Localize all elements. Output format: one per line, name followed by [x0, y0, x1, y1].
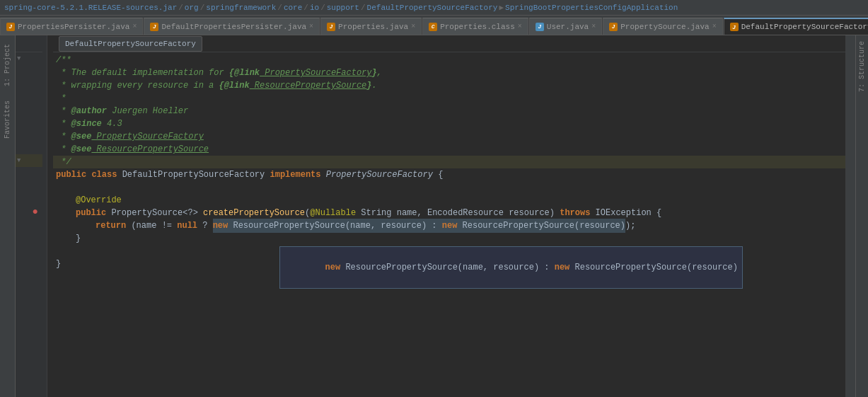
- tab-properties-persister[interactable]: J PropertiesPersister.java ×: [0, 18, 143, 35]
- editor-container: ▼ ▼ ●: [16, 35, 855, 397]
- gutter-line: ●: [16, 205, 42, 218]
- tab-close-icon[interactable]: ×: [591, 23, 596, 30]
- code-line: * @see PropertySourceFactory: [53, 130, 845, 143]
- breadcrumb-io[interactable]: io: [310, 4, 319, 12]
- tab-user-java[interactable]: J User.java ×: [529, 18, 602, 35]
- structure-sidebar: 7: Structure: [855, 35, 868, 397]
- breadcrumb-jar[interactable]: spring-core-5.2.1.RELEASE-sources.jar: [4, 4, 177, 12]
- gutter-line: [16, 78, 42, 91]
- scrollbar-track[interactable]: [845, 35, 855, 397]
- editor-breadcrumb: DefaultPropertySourceFactory: [53, 35, 845, 52]
- structure-tab-label[interactable]: 7: Structure: [858, 41, 866, 92]
- tab-label: User.java: [547, 23, 589, 31]
- class-breadcrumb: DefaultPropertySourceFactory: [59, 36, 202, 52]
- gutter-line: [16, 243, 42, 256]
- tab-label: Properties.class: [440, 23, 515, 31]
- code-line: * @see ResourcePropertySource: [53, 143, 845, 156]
- code-line: * @since 4.3: [53, 117, 845, 130]
- tab-close-icon[interactable]: ×: [411, 23, 415, 30]
- tab-close-icon[interactable]: ×: [309, 23, 313, 30]
- gutter-line: [16, 218, 42, 231]
- gutter-line: [16, 142, 42, 154]
- tab-close-icon[interactable]: ×: [132, 23, 137, 30]
- gutter-line: [16, 167, 42, 180]
- gutter-line: [16, 116, 42, 129]
- code-line: public PropertySource<?> createPropertyS…: [53, 207, 845, 219]
- tab-properties-java[interactable]: J Properties.java ×: [320, 18, 422, 35]
- code-line: */: [53, 156, 845, 168]
- gutter-line: [16, 180, 42, 192]
- code-editor[interactable]: DefaultPropertySourceFactory /** * The d…: [47, 35, 845, 397]
- tab-default-property-source-factory[interactable]: J DefaultPropertySourceFactory.java ×: [724, 18, 868, 35]
- tab-label: DefaultPropertiesPersister.java: [161, 23, 306, 31]
- gutter-line: ▼: [16, 52, 42, 65]
- gutter-line: [16, 231, 42, 243]
- java-icon: J: [730, 23, 739, 31]
- breadcrumb-org[interactable]: org: [185, 4, 199, 12]
- gutter-line: [16, 256, 42, 269]
- java-icon: J: [6, 23, 15, 31]
- code-line: * @author Juergen Hoeller: [53, 105, 845, 117]
- breadcrumb-app[interactable]: SpringBootPropertiesConfigApplication: [505, 4, 678, 12]
- code-line: @Override: [53, 194, 845, 207]
- breadcrumb-support[interactable]: support: [327, 4, 359, 12]
- java-icon: J: [609, 23, 618, 31]
- tab-close-icon[interactable]: ×: [518, 23, 522, 30]
- code-line: return (name != null ? new ResourcePrope…: [53, 219, 845, 232]
- breakpoint-icon[interactable]: ●: [33, 207, 38, 217]
- gutter-line: [16, 103, 42, 116]
- sidebar-favorites-label[interactable]: Favorites: [4, 100, 11, 139]
- left-sidebar: 1: Project Favorites: [0, 35, 16, 397]
- code-line: public class DefaultPropertySourceFactor…: [53, 168, 845, 181]
- tab-default-properties-persister[interactable]: J DefaultPropertiesPersister.java ×: [144, 18, 320, 35]
- tab-close-icon[interactable]: ×: [712, 23, 717, 30]
- java-icon: J: [150, 23, 158, 31]
- java-icon: J: [536, 23, 544, 31]
- gutter-line: [16, 129, 42, 142]
- tab-property-source[interactable]: J PropertySource.java ×: [603, 18, 722, 35]
- code-line: /**: [53, 54, 845, 67]
- code-line: * wrapping every resource in a {@link Re…: [53, 79, 845, 92]
- tab-label: PropertySource.java: [620, 23, 709, 31]
- tab-properties-class[interactable]: C Properties.class ×: [422, 18, 528, 35]
- gutter-line: ▼: [16, 154, 42, 167]
- main-layout: 1: Project Favorites ▼ ▼: [0, 35, 868, 397]
- fold-icon[interactable]: ▼: [17, 52, 21, 65]
- fold-icon[interactable]: ▼: [17, 154, 21, 167]
- gutter-line: [16, 91, 42, 103]
- breadcrumb-core[interactable]: core: [284, 4, 302, 12]
- line-gutter: ▼ ▼ ●: [16, 35, 47, 397]
- tab-label: DefaultPropertySourceFactory.java: [741, 23, 868, 31]
- java-icon: J: [327, 23, 335, 31]
- tooltip-popup: new ResourcePropertySource(name, resourc…: [279, 246, 743, 289]
- gutter-line: [16, 65, 42, 78]
- gutter-line: [16, 269, 42, 282]
- gutter-line: [16, 192, 42, 205]
- code-line: *: [53, 92, 845, 105]
- code-line: * The default implementation for {@link …: [53, 67, 845, 79]
- breadcrumb-factory[interactable]: DefaultPropertySourceFactory: [367, 4, 498, 12]
- tab-label: Properties.java: [338, 23, 408, 31]
- breadcrumb-springframework[interactable]: springframework: [206, 4, 276, 12]
- tab-label: PropertiesPersister.java: [18, 23, 129, 31]
- breadcrumb-bar: spring-core-5.2.1.RELEASE-sources.jar / …: [0, 0, 868, 16]
- sidebar-project-label[interactable]: 1: Project: [4, 44, 11, 86]
- class-icon: C: [429, 23, 437, 31]
- tab-bar: J PropertiesPersister.java × J DefaultPr…: [0, 16, 868, 35]
- code-line: [53, 181, 845, 194]
- code-line: [53, 296, 845, 309]
- code-line: }: [53, 232, 845, 245]
